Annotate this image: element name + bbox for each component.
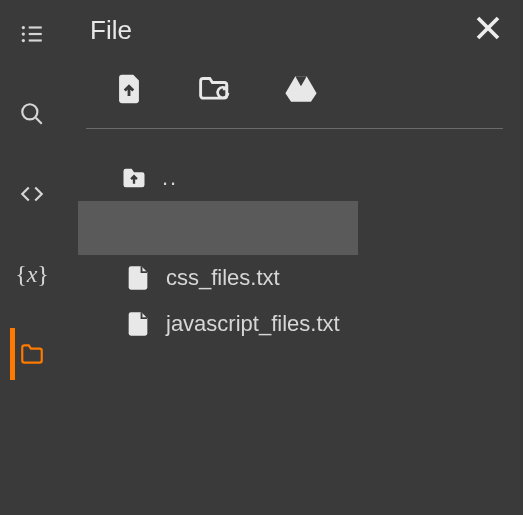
svg-point-6: [22, 104, 37, 119]
panel-header: File: [78, 10, 503, 50]
svg-line-7: [36, 118, 42, 124]
sidebar-item-files[interactable]: [0, 338, 64, 370]
app-root: {x} File: [0, 0, 523, 515]
close-icon: [473, 13, 503, 43]
tree-file-label: javascript_files.txt: [166, 311, 340, 337]
svg-point-0: [22, 26, 25, 29]
tree-up-label: ..: [162, 165, 178, 191]
panel-title: File: [78, 15, 132, 46]
sidebar-item-toc[interactable]: [0, 18, 64, 50]
sidebar-item-code[interactable]: [0, 178, 64, 210]
tree-row-file[interactable]: javascript_files.txt: [78, 301, 503, 347]
file-icon: [124, 264, 152, 292]
svg-point-2: [22, 32, 25, 35]
gdrive-icon: [284, 72, 318, 106]
file-upload-icon: [112, 72, 146, 106]
file-icon: [124, 310, 152, 338]
sidebar: {x}: [0, 0, 64, 515]
svg-point-4: [22, 39, 25, 42]
tree-row-up[interactable]: ..: [78, 155, 503, 201]
gdrive-button[interactable]: [284, 72, 318, 110]
close-button[interactable]: [473, 13, 503, 47]
file-panel: File: [64, 0, 523, 515]
list-icon: [19, 21, 45, 47]
folder-refresh-icon: [198, 72, 232, 106]
search-icon: [19, 101, 45, 127]
tree-row-selected[interactable]: [78, 201, 358, 255]
upload-button[interactable]: [112, 72, 146, 110]
variable-icon: {x}: [15, 261, 49, 288]
file-toolbar: [78, 50, 503, 128]
sidebar-item-search[interactable]: [0, 98, 64, 130]
tree-row-file[interactable]: css_files.txt: [78, 255, 503, 301]
sidebar-item-vars[interactable]: {x}: [0, 258, 64, 290]
code-icon: [19, 181, 45, 207]
folder-up-icon: [120, 164, 148, 192]
refresh-folder-button[interactable]: [198, 72, 232, 110]
tree-file-label: css_files.txt: [166, 265, 280, 291]
file-tree: .. css_files.txt javascript_files.txt: [78, 129, 503, 347]
folder-icon: [19, 341, 45, 367]
